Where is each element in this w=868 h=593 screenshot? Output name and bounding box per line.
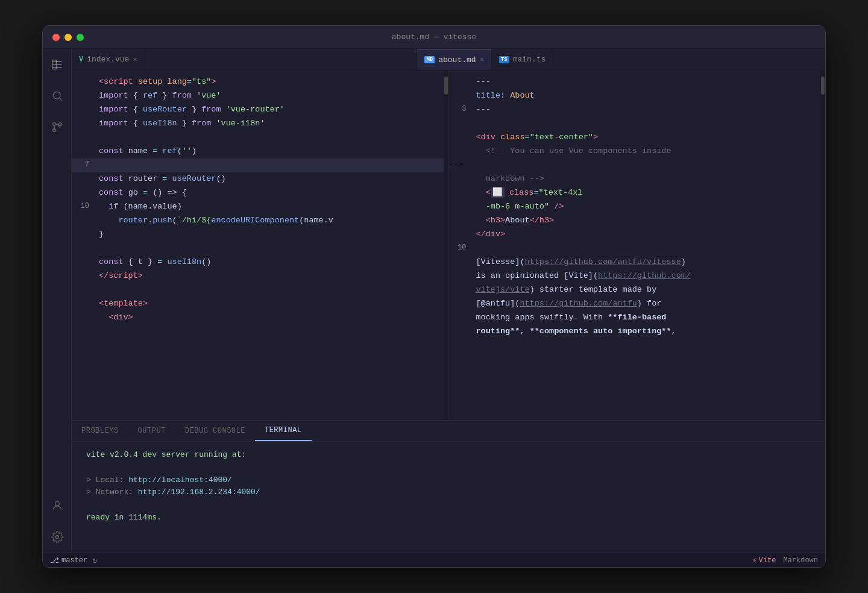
code-line	[449, 117, 826, 131]
tab-label-about: about.md	[438, 55, 476, 64]
terminal-line-local: > Local: http://localhost:4000/	[86, 474, 811, 487]
code-line: <script setup lang="ts">	[72, 75, 448, 89]
code-line: </script>	[72, 269, 448, 283]
language-indicator[interactable]: Markdown	[783, 556, 818, 565]
tab-main-ts[interactable]: TS main.ts	[492, 49, 553, 70]
editor-panes: <script setup lang="ts"> import { ref } …	[72, 71, 825, 420]
search-icon[interactable]	[46, 85, 68, 107]
code-line: const router = useRouter()	[72, 172, 448, 186]
code-line	[72, 242, 448, 256]
settings-icon[interactable]	[46, 526, 68, 548]
code-line: ---	[449, 75, 826, 89]
tab-close-icon[interactable]: ✕	[133, 56, 137, 63]
tab-close-about-icon[interactable]: ✕	[480, 56, 484, 63]
code-line: title: About	[449, 89, 826, 103]
vite-icon: ⚡	[752, 556, 757, 565]
code-line: const { t } = useI18n()	[72, 256, 448, 269]
branch-indicator[interactable]: ⎇ master	[50, 556, 87, 565]
window-controls	[52, 34, 84, 41]
panel-tabs: PROBLEMS OUTPUT DEBUG CONSOLE TERMINAL	[72, 421, 825, 442]
code-line: vitejs/vite) starter template made by	[449, 283, 826, 297]
minimize-button[interactable]	[64, 34, 72, 41]
scrollbar-right[interactable]	[820, 71, 825, 420]
terminal-value: http://localhost:4000/	[128, 475, 232, 485]
code-line: [Vitesse](https://github.com/antfu/vites…	[449, 256, 826, 269]
code-line: <template>	[72, 297, 448, 311]
terminal-value: http://192.168.2.234:4000/	[138, 488, 260, 497]
svg-point-3	[52, 123, 55, 126]
svg-point-6	[55, 501, 59, 506]
tab-label-main: main.ts	[513, 55, 546, 64]
main-layout: V index.vue ✕ MD about.md ✕ TS main.ts	[43, 49, 825, 553]
vscode-window: about.md — vitesse	[42, 25, 826, 568]
terminal-content: vite v2.0.4 dev server running at: > Loc…	[72, 442, 825, 553]
code-line: import { useI18n } from 'vue-i18n'	[72, 117, 448, 131]
status-left: ⎇ master ↻	[50, 556, 97, 565]
close-button[interactable]	[52, 34, 60, 41]
source-control-icon[interactable]	[46, 116, 68, 138]
panel: PROBLEMS OUTPUT DEBUG CONSOLE TERMINAL v…	[72, 420, 825, 553]
code-line: 10 if (name.value)	[72, 200, 448, 214]
account-icon[interactable]	[46, 495, 68, 516]
status-bar: ⎇ master ↻ ⚡ Vite Markdown	[43, 553, 825, 567]
tab-spacer-left	[145, 49, 418, 70]
code-line: routing**, **components auto importing**…	[449, 325, 826, 339]
code-line: import { ref } from 'vue'	[72, 89, 448, 103]
vite-status[interactable]: ⚡ Vite	[752, 556, 776, 565]
code-line: [@antfu](https://github.com/antfu) for	[449, 297, 826, 311]
code-line	[72, 131, 448, 145]
tab-label: index.vue	[87, 55, 129, 64]
tab-debug-console[interactable]: DEBUG CONSOLE	[175, 421, 255, 441]
code-line: import { useRouter } from 'vue-router'	[72, 103, 448, 117]
explorer-icon[interactable]	[46, 54, 68, 75]
refresh-icon[interactable]: ↻	[92, 556, 97, 565]
vue-icon: V	[79, 55, 83, 64]
titlebar: about.md — vitesse	[43, 26, 825, 49]
tab-spacer-right	[553, 49, 825, 70]
tabs-bar: V index.vue ✕ MD about.md ✕ TS main.ts	[72, 49, 825, 71]
code-line: const name = ref('')	[72, 145, 448, 158]
svg-line-2	[59, 98, 62, 101]
git-icon: ⎇	[50, 556, 59, 565]
code-line: mocking apps swiftly. With **file-based	[449, 311, 826, 325]
code-line: router.push(`/hi/${encodeURIComponent(na…	[72, 214, 448, 228]
status-right: ⚡ Vite Markdown	[752, 556, 818, 565]
code-line	[72, 283, 448, 297]
editor-pane-left: <script setup lang="ts"> import { ref } …	[72, 71, 448, 420]
window-title: about.md — vitesse	[392, 33, 476, 42]
svg-point-1	[53, 92, 60, 99]
terminal-label: > Local:	[86, 475, 128, 485]
code-line-highlighted: 7	[72, 158, 448, 172]
code-line: 10	[449, 242, 826, 256]
svg-point-4	[58, 123, 61, 126]
activity-bar	[43, 49, 72, 553]
editor-scroll-left[interactable]: <script setup lang="ts"> import { ref } …	[72, 71, 448, 420]
terminal-ready-text: ready in 1114ms.	[86, 513, 162, 522]
maximize-button[interactable]	[77, 34, 84, 41]
branch-name: master	[61, 556, 87, 565]
tab-problems[interactable]: PROBLEMS	[72, 421, 128, 441]
code-line: is an opinionated [Vite](https://github.…	[449, 269, 826, 283]
code-line: <div>	[72, 311, 448, 325]
terminal-line-blank2	[86, 499, 811, 512]
tab-about-md[interactable]: MD about.md ✕	[417, 49, 491, 70]
terminal-line-network: > Network: http://192.168.2.234:4000/	[86, 486, 811, 499]
editor-area: V index.vue ✕ MD about.md ✕ TS main.ts	[72, 49, 825, 553]
ts-icon: TS	[499, 56, 509, 63]
terminal-line-ready: ready in 1114ms.	[86, 512, 811, 524]
editor-pane-right: --- title: About 3 ---	[448, 71, 826, 420]
vite-label: Vite	[759, 556, 776, 565]
code-line: 3 ---	[449, 103, 826, 117]
code-line: const go = () => {	[72, 186, 448, 200]
tab-index-vue[interactable]: V index.vue ✕	[72, 49, 145, 70]
tab-terminal[interactable]: TERMINAL	[255, 421, 312, 441]
scrollbar-left[interactable]	[444, 71, 448, 420]
editor-scroll-right[interactable]: --- title: About 3 ---	[449, 71, 826, 420]
code-line: <h3>About</h3>	[449, 214, 826, 228]
code-line: </div>	[449, 228, 826, 242]
terminal-text: vite v2.0.4 dev server running at:	[86, 450, 246, 459]
tab-output[interactable]: OUTPUT	[128, 421, 175, 441]
terminal-line-1: vite v2.0.4 dev server running at:	[86, 449, 811, 462]
code-line: markdown -->	[449, 172, 826, 186]
code-line: <⬜ class="text-4xl	[449, 186, 826, 200]
